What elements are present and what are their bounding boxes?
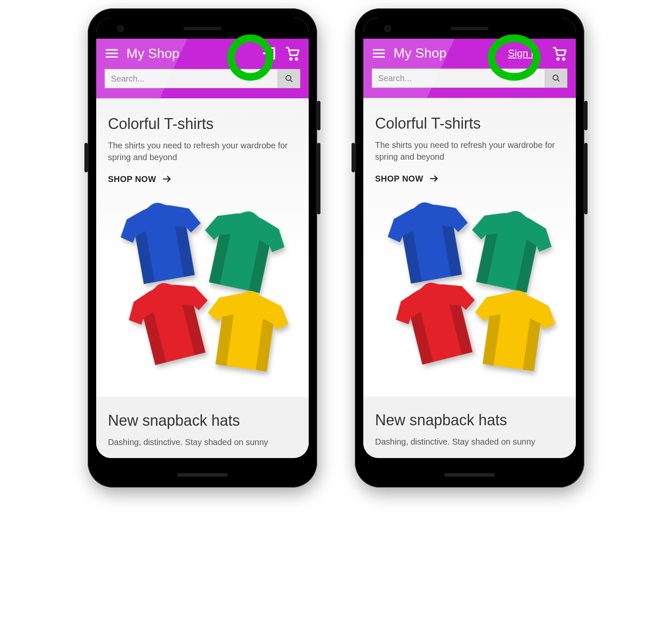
hamburger-icon <box>105 46 119 61</box>
bezel-top <box>363 18 576 39</box>
speaker-top <box>184 27 221 30</box>
speaker-top <box>451 27 488 30</box>
search-row <box>372 68 567 88</box>
screen: My Shop Sign in Colorful T-shirts The sh… <box>363 18 576 458</box>
hamburger-icon <box>372 46 386 61</box>
cart-button[interactable] <box>552 46 567 61</box>
tshirt-yellow <box>190 277 303 382</box>
menu-button[interactable] <box>105 46 119 61</box>
svg-point-12 <box>563 58 565 60</box>
hats-title: New snapback hats <box>375 411 564 429</box>
shop-now-label: SHOP NOW <box>375 174 423 184</box>
hats-title: New snapback hats <box>108 412 297 429</box>
power-button[interactable] <box>352 143 355 172</box>
volume-up-button[interactable] <box>584 101 588 130</box>
signin-button[interactable] <box>262 45 278 61</box>
svg-point-4 <box>296 58 298 60</box>
search-row <box>105 69 300 88</box>
app-header: My Shop <box>96 39 309 98</box>
phone-mockup-left: My Shop Colorful T-shirts The shirts you… <box>88 8 317 487</box>
hero-title: Colorful T-shirts <box>108 115 297 133</box>
cart-icon <box>552 46 567 61</box>
search-button[interactable] <box>278 69 300 88</box>
shop-now-button[interactable]: SHOP NOW <box>108 174 297 184</box>
hats-subtitle: Dashing, distinctive. Stay shaded on sun… <box>108 436 297 448</box>
phone-mockup-right: My Shop Sign in Colorful T-shirts The sh… <box>355 8 584 487</box>
power-button[interactable] <box>84 143 88 172</box>
volume-down-button[interactable] <box>584 143 588 214</box>
bezel-top <box>96 18 309 39</box>
svg-line-6 <box>290 80 292 82</box>
front-camera <box>117 25 124 32</box>
svg-point-11 <box>557 58 559 60</box>
section-hats: New snapback hats Dashing, distinctive. … <box>363 396 576 458</box>
search-input[interactable] <box>105 69 278 88</box>
hero-subtitle: The shirts you need to refresh your ward… <box>375 139 564 163</box>
section-hats: New snapback hats Dashing, distinctive. … <box>96 397 309 458</box>
cart-button[interactable] <box>285 46 300 61</box>
volume-down-button[interactable] <box>317 143 320 214</box>
hats-subtitle: Dashing, distinctive. Stay shaded on sun… <box>375 436 564 448</box>
product-image <box>379 195 560 375</box>
search-input[interactable] <box>372 68 545 88</box>
hero-title: Colorful T-shirts <box>375 115 564 132</box>
svg-point-3 <box>290 58 292 60</box>
search-icon <box>284 74 294 83</box>
shop-now-button[interactable]: SHOP NOW <box>375 174 564 184</box>
hero-section: Colorful T-shirts The shirts you need to… <box>96 98 309 380</box>
search-icon <box>551 74 561 83</box>
app-header: My Shop Sign in <box>363 39 576 98</box>
arrow-right-icon <box>162 174 172 184</box>
hero-section: Colorful T-shirts The shirts you need to… <box>363 98 576 379</box>
tshirt-yellow <box>457 276 570 382</box>
menu-button[interactable] <box>372 46 386 61</box>
hero-subtitle: The shirts you need to refresh your ward… <box>108 140 297 163</box>
speaker-bottom <box>444 473 495 477</box>
login-icon <box>262 45 278 61</box>
speaker-bottom <box>177 473 228 477</box>
topbar: My Shop <box>105 45 300 61</box>
screen: My Shop Colorful T-shirts The shirts you… <box>96 18 309 458</box>
product-image <box>112 195 293 376</box>
volume-up-button[interactable] <box>317 101 320 130</box>
front-camera <box>384 25 391 32</box>
signin-link[interactable]: Sign in <box>508 47 539 59</box>
search-button[interactable] <box>545 68 567 88</box>
app-title: My Shop <box>394 45 446 61</box>
topbar: My Shop Sign in <box>372 45 567 61</box>
cart-icon <box>285 46 300 61</box>
arrow-right-icon <box>429 174 439 184</box>
svg-line-14 <box>557 79 559 81</box>
app-title: My Shop <box>126 46 179 61</box>
shop-now-label: SHOP NOW <box>108 174 156 184</box>
